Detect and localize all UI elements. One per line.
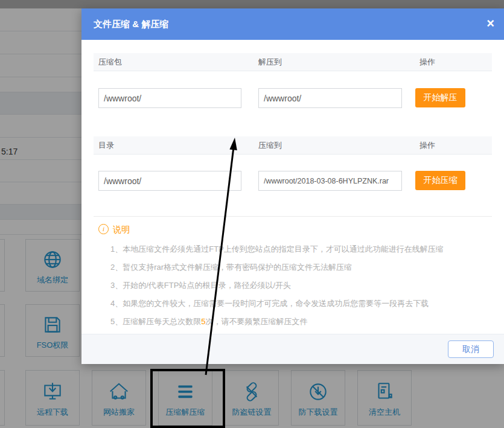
start-compress-button[interactable]: 开始压缩	[415, 171, 465, 190]
tutorial-highlight-box	[150, 369, 225, 428]
dialog-footer: 取消	[81, 334, 504, 364]
divider	[94, 216, 492, 217]
compress-header-row: 目录 压缩到 操作	[94, 136, 492, 155]
dialog-title: 文件压缩 & 解压缩	[94, 8, 168, 40]
note-text: 次，请不要频繁压缩解压文件	[205, 317, 307, 326]
column-header-action: 操作	[419, 53, 435, 71]
start-decompress-button[interactable]: 开始解压	[415, 88, 465, 107]
column-header-directory: 目录	[98, 136, 114, 155]
note-item: 5、压缩解压每天总次数限5次，请不要频繁压缩解压文件	[110, 316, 485, 327]
note-item: 1、本地压缩文件必须先通过FTP上传到您站点的指定目录下，才可以通过此功能进行在…	[110, 244, 485, 255]
compress-target-input[interactable]	[258, 171, 402, 191]
extract-target-input[interactable]	[258, 88, 402, 108]
page-root: 5:17 理 ▕ ▕ 域名绑定	[0, 0, 504, 428]
compress-dir-input[interactable]	[98, 171, 241, 191]
column-header-extract-to: 解压到	[258, 53, 282, 71]
note-item: 3、开始的/代表FTP站点的根目录，路径必须以/开头	[110, 280, 485, 291]
column-header-package: 压缩包	[98, 53, 122, 71]
column-header-action: 操作	[419, 136, 435, 155]
column-header-compress-to: 压缩到	[258, 136, 282, 155]
note-text: 5、压缩解压每天总次数限	[110, 317, 201, 326]
cancel-button[interactable]: 取消	[448, 340, 494, 358]
note-item: 4、如果您的文件较大，压缩需要一段时间才可完成，命令发送成功后您需要等一段再去下…	[110, 298, 485, 309]
notes-title: 说明	[113, 225, 130, 235]
compress-dialog: 文件压缩 & 解压缩 × 压缩包 解压到 操作 开始解压 目录 压缩到 操作 开…	[81, 8, 504, 364]
close-icon[interactable]: ×	[486, 8, 494, 39]
package-path-input[interactable]	[98, 88, 241, 108]
decompress-header-row: 压缩包 解压到 操作	[94, 53, 492, 71]
dialog-header: 文件压缩 & 解压缩 ×	[81, 8, 504, 40]
info-icon: i	[98, 224, 109, 234]
note-item: 2、暂仅支持rar格式文件解压缩，带有密码保护的压缩文件无法解压缩	[110, 262, 485, 273]
